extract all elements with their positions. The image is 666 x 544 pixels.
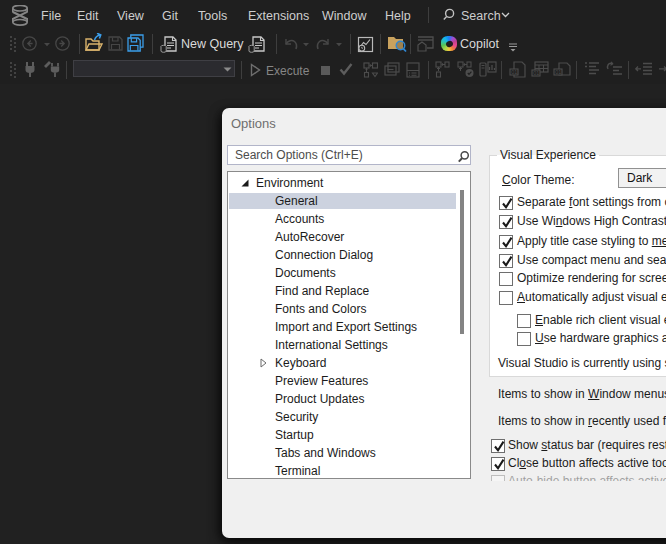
svg-text:01: 01: [511, 69, 517, 75]
svg-text:01: 01: [555, 69, 561, 75]
svg-text:01: 01: [533, 70, 539, 76]
